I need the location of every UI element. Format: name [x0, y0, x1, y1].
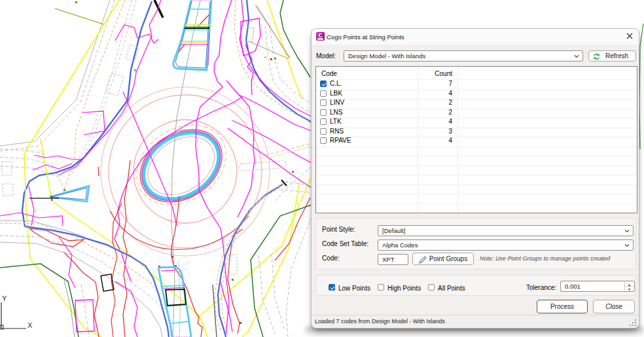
svg-text:X: X [27, 321, 33, 329]
svg-text:Y: Y [2, 294, 7, 302]
